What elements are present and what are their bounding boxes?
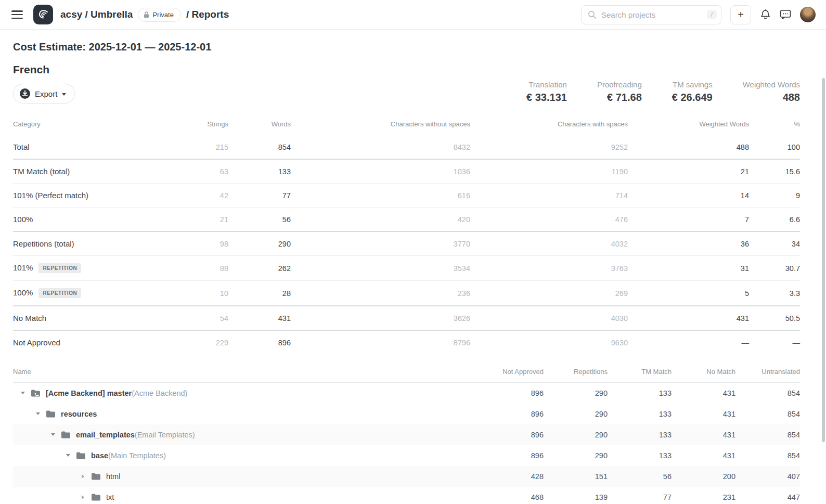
words-cell: 77 bbox=[228, 184, 291, 208]
file-tree-row[interactable]: [Acme Backend] master(Acme Backend)89629… bbox=[13, 383, 800, 404]
column-header: Words bbox=[228, 120, 291, 135]
folder-name[interactable]: email_templates bbox=[76, 431, 135, 439]
chars-without-spaces-cell: 3770 bbox=[291, 231, 470, 256]
words-cell: 262 bbox=[228, 256, 291, 281]
column-header: % bbox=[749, 120, 800, 135]
stats-row: Translation€ 33.131Proofreading€ 71.68TM… bbox=[526, 80, 800, 104]
create-project-button[interactable]: + bbox=[730, 5, 751, 24]
chars-without-spaces-cell: 8796 bbox=[291, 330, 470, 354]
hamburger-menu-icon[interactable] bbox=[11, 10, 23, 19]
column-header: Strings bbox=[192, 120, 228, 135]
collapse-caret-icon[interactable] bbox=[64, 454, 71, 457]
no-match-cell: 431 bbox=[672, 383, 735, 404]
no-match-cell: 431 bbox=[672, 404, 735, 424]
weighted-words-cell: 21 bbox=[628, 159, 749, 184]
category-label: 101% bbox=[13, 263, 33, 272]
untranslated-cell: 854 bbox=[735, 445, 800, 466]
percent-cell: 6.6 bbox=[749, 208, 800, 232]
file-name-cell: resources bbox=[13, 404, 480, 424]
not-approved-cell: 468 bbox=[480, 487, 544, 504]
chars-without-spaces-cell: 616 bbox=[291, 184, 470, 208]
repetitions-cell: 290 bbox=[544, 404, 608, 424]
stat-value: 488 bbox=[743, 92, 800, 104]
collapse-caret-icon[interactable] bbox=[34, 412, 41, 415]
top-bar: acsy / Umbrella Private / Reports / + bbox=[0, 0, 826, 30]
table-row: 100%215642047676.6 bbox=[13, 208, 800, 232]
folder-name[interactable]: txt bbox=[106, 493, 114, 501]
folder-icon bbox=[61, 431, 71, 439]
category-cell: Repetitions (total) bbox=[13, 231, 192, 256]
expand-caret-icon[interactable] bbox=[80, 474, 86, 479]
percent-cell: 3.3 bbox=[749, 281, 800, 306]
vertical-scrollbar[interactable] bbox=[822, 78, 825, 442]
column-header: Name bbox=[13, 368, 480, 383]
folder-name[interactable]: base bbox=[91, 451, 108, 460]
search-input[interactable] bbox=[601, 10, 702, 19]
chars-without-spaces-cell: 8432 bbox=[291, 135, 470, 160]
export-button-label: Export bbox=[35, 89, 57, 98]
collapse-caret-icon[interactable] bbox=[19, 392, 26, 394]
weighted-words-cell: 488 bbox=[628, 135, 749, 160]
privacy-badge: Private bbox=[138, 8, 180, 22]
no-match-cell: 431 bbox=[672, 445, 735, 466]
words-cell: 854 bbox=[228, 135, 291, 160]
words-cell: 431 bbox=[228, 306, 291, 330]
untranslated-cell: 854 bbox=[735, 424, 800, 445]
weighted-words-cell: 5 bbox=[628, 281, 749, 306]
folder-icon bbox=[91, 472, 101, 481]
folder-name[interactable]: [Acme Backend] master bbox=[46, 389, 132, 397]
repetition-badge: REPETITION bbox=[38, 263, 81, 273]
table-row: Repetitions (total)98290377040323634 bbox=[13, 231, 800, 256]
collapse-caret-icon[interactable] bbox=[49, 433, 56, 436]
file-tree-row[interactable]: resources896290133431854 bbox=[13, 404, 800, 424]
chars-with-spaces-cell: 269 bbox=[470, 281, 628, 306]
folder-name[interactable]: resources bbox=[61, 410, 97, 418]
top-bar-actions: / + bbox=[581, 5, 816, 24]
file-tree-row[interactable]: base(Main Templates)896290133431854 bbox=[13, 445, 800, 466]
stat-proofreading: Proofreading€ 71.68 bbox=[597, 80, 642, 104]
words-cell: 896 bbox=[228, 330, 291, 354]
messages-chat-icon[interactable] bbox=[780, 9, 791, 20]
cost-estimate-table-body: Total21585484329252488100TM Match (total… bbox=[13, 135, 800, 355]
chars-with-spaces-cell: 714 bbox=[470, 184, 628, 208]
notifications-bell-icon[interactable] bbox=[760, 9, 771, 20]
file-tree-row[interactable]: txt46813977231447 bbox=[13, 487, 800, 504]
tm-match-cell: 133 bbox=[608, 383, 672, 404]
file-tree-row[interactable]: html42815156200407 bbox=[13, 466, 800, 487]
export-button[interactable]: Export bbox=[13, 84, 75, 104]
expand-caret-icon[interactable] bbox=[80, 495, 86, 499]
app-logo-icon[interactable] bbox=[33, 5, 53, 24]
file-name-cell: html bbox=[13, 466, 480, 487]
folder-title-suffix: (Acme Backend) bbox=[132, 389, 187, 397]
folder-name[interactable]: html bbox=[106, 472, 120, 481]
column-header: Category bbox=[13, 120, 192, 135]
table-row: Total21585484329252488100 bbox=[13, 135, 800, 160]
chars-without-spaces-cell: 3534 bbox=[291, 256, 470, 281]
chars-with-spaces-cell: 9630 bbox=[470, 330, 628, 354]
column-header: Weighted Words bbox=[628, 120, 749, 135]
file-tree-row[interactable]: email_templates(Email Templates)89629013… bbox=[13, 424, 800, 445]
privacy-label: Private bbox=[152, 11, 173, 19]
percent-cell: 30.7 bbox=[749, 256, 800, 281]
breadcrumb: acsy / Umbrella Private / Reports bbox=[60, 8, 229, 22]
category-cell: Not Approved bbox=[13, 330, 192, 354]
search-box[interactable]: / bbox=[581, 5, 721, 24]
stat-value: € 71.68 bbox=[597, 92, 642, 104]
breadcrumb-project[interactable]: acsy / Umbrella bbox=[60, 9, 133, 20]
category-cell: 101% (Perfect match) bbox=[13, 184, 192, 208]
folder-title-suffix: (Email Templates) bbox=[135, 431, 195, 439]
chars-with-spaces-cell: 4030 bbox=[470, 306, 628, 330]
untranslated-cell: 854 bbox=[735, 404, 800, 424]
chars-with-spaces-cell: 3763 bbox=[470, 256, 628, 281]
branch-folder-icon bbox=[31, 389, 41, 397]
not-approved-cell: 896 bbox=[480, 424, 544, 445]
chars-without-spaces-cell: 420 bbox=[291, 208, 470, 232]
category-label: Repetitions (total) bbox=[13, 239, 74, 248]
repetitions-cell: 151 bbox=[544, 466, 608, 487]
user-avatar[interactable] bbox=[800, 7, 816, 22]
category-label: 100% bbox=[13, 288, 33, 297]
file-name-cell: txt bbox=[13, 487, 480, 504]
chars-without-spaces-cell: 3626 bbox=[291, 306, 470, 330]
weighted-words-cell: 31 bbox=[628, 256, 749, 281]
tm-match-cell: 133 bbox=[608, 445, 672, 466]
